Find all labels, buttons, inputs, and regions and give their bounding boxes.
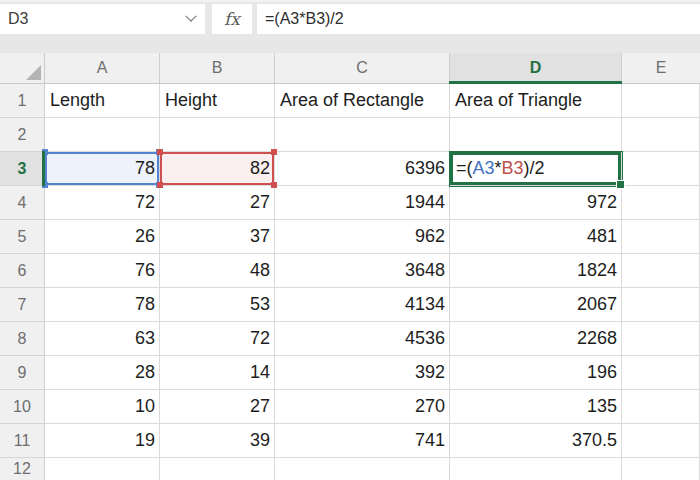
cell-C1[interactable]: Area of Rectangle xyxy=(275,84,450,118)
cell-D9[interactable]: 196 xyxy=(450,356,622,390)
cell-A12[interactable] xyxy=(45,458,160,480)
cell-value: Length xyxy=(50,90,105,111)
cell-A8[interactable]: 63 xyxy=(45,322,160,356)
cell-B6[interactable]: 48 xyxy=(160,254,275,288)
cell-D1[interactable]: Area of Triangle xyxy=(450,84,622,118)
row-header-label: 4 xyxy=(18,194,27,212)
column-header-row: ABCDE xyxy=(0,53,700,84)
column-header-D[interactable]: D xyxy=(450,53,622,84)
row-header-8[interactable]: 8 xyxy=(0,322,45,356)
reference-handle[interactable] xyxy=(157,149,163,155)
cell-D5[interactable]: 481 xyxy=(450,220,622,254)
reference-handle[interactable] xyxy=(271,182,277,188)
row-header-2[interactable]: 2 xyxy=(0,118,45,152)
cell-A10[interactable]: 10 xyxy=(45,390,160,424)
cell-value: 1824 xyxy=(577,260,617,281)
cell-D8[interactable]: 2268 xyxy=(450,322,622,356)
cell-D12[interactable] xyxy=(450,458,622,480)
cell-B11[interactable]: 39 xyxy=(160,424,275,458)
cell-A1[interactable]: Length xyxy=(45,84,160,118)
cell-C2[interactable] xyxy=(275,118,450,152)
column-header-C[interactable]: C xyxy=(275,53,450,84)
cell-B8[interactable]: 72 xyxy=(160,322,275,356)
cell-D3[interactable]: =(A3*B3)/2 xyxy=(450,152,622,186)
reference-handle[interactable] xyxy=(271,149,277,155)
cell-C6[interactable]: 3648 xyxy=(275,254,450,288)
fill-handle[interactable] xyxy=(616,180,625,189)
cell-E8[interactable] xyxy=(622,322,700,356)
row-header-1[interactable]: 1 xyxy=(0,84,45,118)
row-12: 12 xyxy=(0,458,700,480)
cell-C11[interactable]: 741 xyxy=(275,424,450,458)
cell-C9[interactable]: 392 xyxy=(275,356,450,390)
cell-value: Area of Triangle xyxy=(455,90,582,111)
cell-E9[interactable] xyxy=(622,356,700,390)
row-header-9[interactable]: 9 xyxy=(0,356,45,390)
cell-E5[interactable] xyxy=(622,220,700,254)
row-header-6[interactable]: 6 xyxy=(0,254,45,288)
cell-B10[interactable]: 27 xyxy=(160,390,275,424)
cell-E1[interactable] xyxy=(622,84,700,118)
cell-A2[interactable] xyxy=(45,118,160,152)
column-header-E[interactable]: E xyxy=(622,53,700,84)
cell-D4[interactable]: 972 xyxy=(450,186,622,220)
row-header-3[interactable]: 3 xyxy=(0,152,45,186)
cell-B5[interactable]: 37 xyxy=(160,220,275,254)
cell-B4[interactable]: 27 xyxy=(160,186,275,220)
cell-A3[interactable]: 78 xyxy=(45,152,160,186)
cell-A9[interactable]: 28 xyxy=(45,356,160,390)
cell-C7[interactable]: 4134 xyxy=(275,288,450,322)
row-header-10[interactable]: 10 xyxy=(0,390,45,424)
cell-A5[interactable]: 26 xyxy=(45,220,160,254)
name-box[interactable]: D3 xyxy=(0,4,205,34)
row-header-7[interactable]: 7 xyxy=(0,288,45,322)
cell-E12[interactable] xyxy=(622,458,700,480)
cell-B12[interactable] xyxy=(160,458,275,480)
cell-A4[interactable]: 72 xyxy=(45,186,160,220)
cell-E2[interactable] xyxy=(622,118,700,152)
chevron-down-icon[interactable] xyxy=(185,11,196,22)
cell-E4[interactable] xyxy=(622,186,700,220)
cell-value: 6396 xyxy=(405,158,445,179)
cell-C3[interactable]: 6396 xyxy=(275,152,450,186)
cell-B7[interactable]: 53 xyxy=(160,288,275,322)
cell-D2[interactable] xyxy=(450,118,622,152)
cell-C10[interactable]: 270 xyxy=(275,390,450,424)
row-header-11[interactable]: 11 xyxy=(0,424,45,458)
cell-A11[interactable]: 19 xyxy=(45,424,160,458)
cell-B2[interactable] xyxy=(160,118,275,152)
cell-A6[interactable]: 76 xyxy=(45,254,160,288)
formula-token: B3 xyxy=(502,158,524,179)
row-header-5[interactable]: 5 xyxy=(0,220,45,254)
cell-E10[interactable] xyxy=(622,390,700,424)
cell-B9[interactable]: 14 xyxy=(160,356,275,390)
cell-E7[interactable] xyxy=(622,288,700,322)
cell-C5[interactable]: 962 xyxy=(275,220,450,254)
cell-D6[interactable]: 1824 xyxy=(450,254,622,288)
column-header-B[interactable]: B xyxy=(160,53,275,84)
cell-E11[interactable] xyxy=(622,424,700,458)
cell-B3[interactable]: 82 xyxy=(160,152,275,186)
cell-C4[interactable]: 1944 xyxy=(275,186,450,220)
cell-A7[interactable]: 78 xyxy=(45,288,160,322)
cell-C12[interactable] xyxy=(275,458,450,480)
cell-D7[interactable]: 2067 xyxy=(450,288,622,322)
column-header-A[interactable]: A xyxy=(45,53,160,84)
insert-function-button[interactable]: fx xyxy=(212,4,252,34)
reference-handle[interactable] xyxy=(157,182,163,188)
grid: ABCDE1LengthHeightArea of RectangleArea … xyxy=(0,53,700,480)
cell-value: 392 xyxy=(415,362,445,383)
name-box-value: D3 xyxy=(8,10,28,28)
row-header-4[interactable]: 4 xyxy=(0,186,45,220)
formula-bar-input[interactable]: =(A3*B3)/2 xyxy=(257,4,700,34)
select-all-button[interactable] xyxy=(0,53,45,84)
cell-E6[interactable] xyxy=(622,254,700,288)
cell-D11[interactable]: 370.5 xyxy=(450,424,622,458)
cell-E3[interactable] xyxy=(622,152,700,186)
row-header-label: 7 xyxy=(18,296,27,314)
row-header-12[interactable]: 12 xyxy=(0,458,45,480)
row-header-label: 11 xyxy=(14,432,31,450)
cell-C8[interactable]: 4536 xyxy=(275,322,450,356)
cell-D10[interactable]: 135 xyxy=(450,390,622,424)
cell-B1[interactable]: Height xyxy=(160,84,275,118)
